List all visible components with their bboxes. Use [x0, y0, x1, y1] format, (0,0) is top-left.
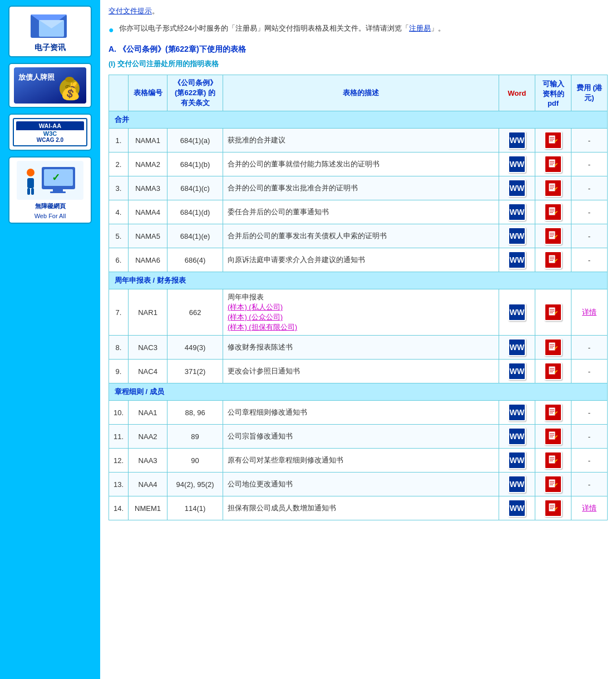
row-number: 14. [109, 496, 129, 520]
pdf-icon[interactable] [544, 427, 562, 445]
pdf-icon-cell[interactable] [535, 289, 571, 336]
word-icon-cell[interactable]: W [499, 425, 535, 449]
word-icon-cell[interactable]: W [499, 360, 535, 383]
pdf-icon-cell[interactable] [535, 425, 571, 449]
table-row: 11.NAA289公司宗旨修改通知书W - [109, 425, 608, 449]
word-icon-cell[interactable]: W [499, 473, 535, 496]
sample-link-2[interactable]: (样本) (公众公司) [228, 313, 283, 321]
row-number: 11. [109, 425, 129, 449]
pdf-icon[interactable] [544, 451, 562, 469]
pdf-icon-cell[interactable] [535, 224, 571, 248]
pdf-icon[interactable] [544, 362, 562, 380]
word-icon[interactable]: W [508, 451, 526, 469]
word-icon[interactable]: W [508, 362, 526, 380]
word-icon[interactable]: W [508, 179, 526, 197]
fee-cell[interactable]: 详情 [571, 289, 608, 336]
word-icon-cell[interactable]: W [499, 401, 535, 425]
word-icon[interactable]: W [508, 227, 526, 245]
word-icon-cell[interactable]: W [499, 152, 535, 176]
pdf-icon[interactable] [544, 251, 562, 269]
svg-point-12 [27, 169, 35, 176]
detail-link[interactable]: 详情 [582, 504, 597, 512]
pdf-icon-cell[interactable] [535, 401, 571, 425]
clause: 90 [167, 449, 223, 473]
pdf-icon-cell[interactable] [535, 248, 571, 272]
description: 合并的公司的董事就偿付能力陈述发出的证明书 [223, 152, 499, 176]
description: 合并后的公司的董事发出有关债权人申索的证明书 [223, 224, 499, 248]
pdf-icon-cell[interactable] [535, 360, 571, 383]
pdf-icon[interactable] [544, 179, 562, 197]
pdf-icon-cell[interactable] [535, 336, 571, 360]
description: 修改财务报表陈述书 [223, 336, 499, 360]
word-icon-cell[interactable]: W [499, 496, 535, 520]
detail-link[interactable]: 详情 [582, 308, 597, 316]
accessible-sub: Web For All [35, 213, 66, 219]
word-icon[interactable]: W [508, 131, 526, 149]
word-icon[interactable]: W [508, 499, 526, 517]
sample-link-3[interactable]: (样本) (担保有限公司) [228, 323, 297, 331]
wai-inner: WAI-AA W3C WCAG 2.0 [13, 118, 87, 146]
word-icon[interactable]: W [508, 155, 526, 173]
sidebar: 电子资讯 放债人牌照 $ [0, 0, 100, 679]
bond-widget[interactable]: 放债人牌照 $ [8, 63, 92, 108]
pdf-icon[interactable] [544, 404, 562, 421]
fee-cell: - [571, 248, 608, 272]
section-i-title: (I) 交付公司注册处所用的指明表格 [109, 59, 608, 69]
pdf-icon[interactable] [544, 475, 562, 493]
word-icon-cell[interactable]: W [499, 449, 535, 473]
description: 合并的公司的董事发出批准合并的证明书 [223, 176, 499, 200]
registration-easy-link[interactable]: 注册易 [409, 24, 431, 32]
description: 向原诉法庭申请要求介入合并建议的通知书 [223, 248, 499, 272]
pdf-icon-cell[interactable] [535, 129, 571, 152]
description: 委任合并后的公司的董事通知书 [223, 200, 499, 224]
wai-widget[interactable]: WAI-AA W3C WCAG 2.0 [8, 114, 92, 151]
svg-point-6 [60, 78, 80, 99]
col-word: Word [499, 75, 535, 111]
pdf-icon-cell[interactable] [535, 473, 571, 496]
pdf-icon-cell[interactable] [535, 152, 571, 176]
word-icon-cell[interactable]: W [499, 176, 535, 200]
pdf-icon-cell[interactable] [535, 449, 571, 473]
delivery-reminder-link[interactable]: 交付文件提示 [109, 7, 152, 15]
pdf-icon[interactable] [544, 131, 562, 149]
clause: 662 [167, 289, 223, 336]
clause: 449(3) [167, 336, 223, 360]
word-icon[interactable]: W [508, 475, 526, 493]
table-row: 3.NAMA3684(1)(c)合并的公司的董事发出批准合并的证明书W - [109, 176, 608, 200]
word-icon[interactable]: W [508, 404, 526, 421]
pdf-icon[interactable] [544, 155, 562, 173]
row-number: 7. [109, 289, 129, 336]
pdf-icon-cell[interactable] [535, 176, 571, 200]
accessible-widget[interactable]: ✓ 無障礙網頁 Web For All [8, 156, 92, 224]
section-a-title: A. 《公司条例》(第622章)下使用的表格 [109, 45, 608, 55]
word-icon[interactable]: W [508, 251, 526, 269]
word-icon-cell[interactable]: W [499, 289, 535, 336]
word-icon[interactable]: W [508, 427, 526, 445]
sample-link-1[interactable]: (样本) (私人公司) [228, 303, 283, 311]
wcag-label: WCAG 2.0 [37, 137, 63, 143]
pdf-icon-cell[interactable] [535, 496, 571, 520]
pdf-icon[interactable] [544, 303, 562, 321]
word-icon[interactable]: W [508, 303, 526, 321]
row-number: 3. [109, 176, 129, 200]
word-icon-cell[interactable]: W [499, 336, 535, 360]
form-id: NAA2 [129, 425, 167, 449]
clause: 371(2) [167, 360, 223, 383]
email-widget[interactable]: 电子资讯 [8, 6, 92, 57]
fee-cell[interactable]: 详情 [571, 496, 608, 520]
description: 原有公司对某些章程细则修改通知书 [223, 449, 499, 473]
word-icon[interactable]: W [508, 203, 526, 221]
pdf-icon[interactable] [544, 338, 562, 356]
word-icon[interactable]: W [508, 338, 526, 356]
word-icon-cell[interactable]: W [499, 129, 535, 152]
table-row: 6.NAMA6686(4)向原诉法庭申请要求介入合并建议的通知书W - [109, 248, 608, 272]
word-icon-cell[interactable]: W [499, 248, 535, 272]
form-id: NAC3 [129, 336, 167, 360]
word-icon-cell[interactable]: W [499, 224, 535, 248]
table-row: 4.NAMA4684(1)(d)委任合并后的公司的董事通知书W - [109, 200, 608, 224]
word-icon-cell[interactable]: W [499, 200, 535, 224]
pdf-icon-cell[interactable] [535, 200, 571, 224]
pdf-icon[interactable] [544, 499, 562, 517]
pdf-icon[interactable] [544, 227, 562, 245]
pdf-icon[interactable] [544, 203, 562, 221]
